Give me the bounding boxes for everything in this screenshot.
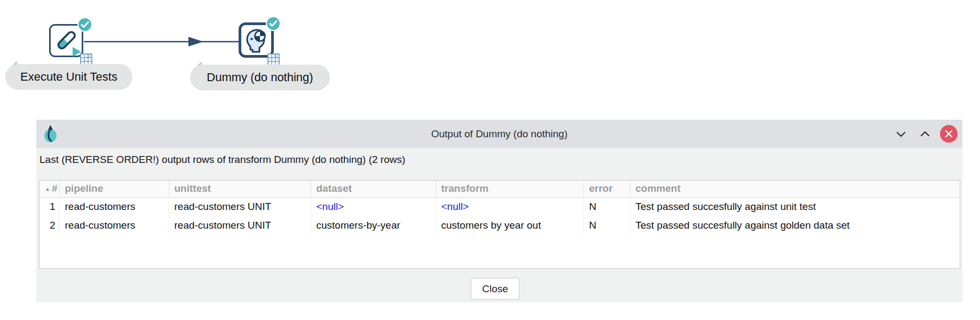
cell-transform: customers by year out [436, 216, 583, 235]
success-check-icon [77, 17, 92, 32]
cell-num: 1 [39, 197, 59, 216]
table-row[interactable]: 1read-customersread-customers UNIT<null>… [39, 197, 960, 216]
column-header-dataset[interactable]: dataset [311, 181, 436, 197]
cell-pipeline: read-customers [59, 216, 169, 235]
node-label-text: Execute Unit Tests [20, 70, 117, 84]
node-label-text: Dummy (do nothing) [207, 71, 313, 84]
cell-dataset: customers-by-year [311, 216, 436, 235]
cell-comment: Test passed succesfully against unit tes… [630, 197, 960, 216]
output-rows-table: ▲#pipelineunittestdatasettransformerrorc… [39, 180, 960, 269]
column-header-comment[interactable]: comment [630, 181, 960, 197]
output-dialog: Output of Dummy (do nothing) Last (REVER… [36, 120, 962, 302]
table-body: 1read-customersread-customers UNIT<null>… [39, 197, 960, 235]
close-icon [945, 130, 953, 138]
cell-pipeline: read-customers [59, 197, 169, 216]
dialog-titlebar[interactable]: Output of Dummy (do nothing) [36, 120, 962, 148]
sort-ascending-icon: ▲ [45, 186, 50, 192]
close-dialog-button[interactable] [940, 125, 958, 143]
chevron-down-icon[interactable] [894, 127, 908, 142]
hop-pipeline-view: Execute Unit Tests Dummy (do nothing) [0, 0, 980, 320]
chevron-up-icon[interactable] [918, 127, 932, 142]
dummy-head-icon [243, 27, 270, 53]
output-summary-text: Last (REVERSE ORDER!) output rows of tra… [39, 154, 405, 166]
cell-num: 2 [39, 216, 59, 235]
cell-dataset: <null> [311, 197, 436, 216]
column-header-error[interactable]: error [583, 181, 630, 197]
node-label-execute-unit-tests[interactable]: Execute Unit Tests [5, 64, 132, 90]
table-row[interactable]: 2read-customersread-customers UNITcustom… [39, 216, 960, 235]
column-header-pipeline[interactable]: pipeline [59, 181, 169, 197]
cell-error: N [583, 216, 630, 235]
success-check-icon [266, 16, 281, 31]
column-header-unittest[interactable]: unittest [169, 181, 311, 197]
table-header-row: ▲#pipelineunittestdatasettransformerrorc… [39, 181, 960, 197]
cell-error: N [583, 197, 630, 216]
column-header-num[interactable]: ▲# [39, 181, 59, 197]
cell-unittest: read-customers UNIT [169, 197, 311, 216]
dialog-title: Output of Dummy (do nothing) [36, 120, 962, 148]
node-label-dummy[interactable]: Dummy (do nothing) [190, 65, 330, 90]
cell-unittest: read-customers UNIT [169, 216, 311, 235]
hop-connection-arrow [84, 34, 240, 49]
pipeline-canvas: Execute Unit Tests Dummy (do nothing) [0, 0, 980, 107]
dataset-grid-icon[interactable] [267, 53, 280, 66]
column-header-transform[interactable]: transform [436, 181, 583, 197]
cell-transform: <null> [436, 197, 583, 216]
cell-comment: Test passed succesfully against golden d… [630, 216, 960, 235]
close-button[interactable]: Close [471, 278, 519, 300]
